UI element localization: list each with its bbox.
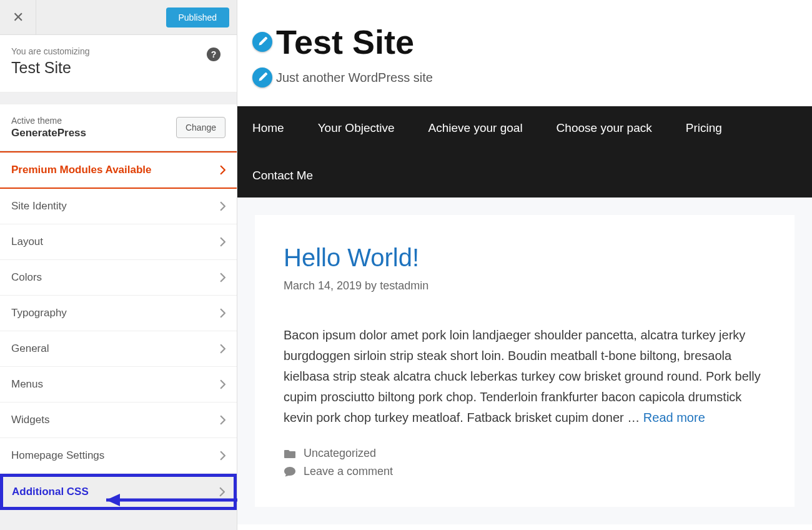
post-card: Hello World! March 14, 2019 by testadmin… — [255, 215, 795, 507]
chevron-right-icon — [219, 487, 225, 497]
chevron-right-icon — [220, 451, 225, 461]
nav-item-achieve[interactable]: Achieve your goal — [428, 121, 523, 135]
customizing-label: You are customizing — [11, 46, 90, 56]
section-site-identity[interactable]: Site Identity — [0, 189, 237, 224]
active-theme-label: Active theme — [11, 116, 86, 126]
customizer-top-bar: ✕ Published — [0, 0, 237, 35]
section-label: General — [11, 342, 49, 355]
site-title[interactable]: Test Site — [276, 25, 414, 59]
section-label: Typography — [11, 307, 67, 319]
primary-nav: Home Your Objective Achieve your goal Ch… — [237, 106, 812, 198]
post-category-link[interactable]: Uncategorized — [304, 447, 376, 460]
section-homepage-settings[interactable]: Homepage Settings — [0, 438, 237, 474]
site-tagline: Just another WordPress site — [276, 71, 433, 85]
post-title-link[interactable]: Hello World! — [284, 244, 766, 272]
post-author-link[interactable]: testadmin — [380, 279, 428, 292]
customizer-panel: ✕ Published You are customizing Test Sit… — [0, 0, 237, 530]
chevron-right-icon — [220, 165, 225, 175]
close-icon: ✕ — [12, 9, 24, 26]
chevron-right-icon — [220, 237, 225, 247]
content-area: Hello World! March 14, 2019 by testadmin… — [237, 198, 812, 524]
chevron-right-icon — [220, 379, 225, 389]
post-excerpt-text: Bacon ipsum dolor amet pork loin landjae… — [284, 328, 761, 424]
post-by-label: by — [365, 279, 377, 292]
nav-item-home[interactable]: Home — [252, 121, 284, 135]
section-general[interactable]: General — [0, 331, 237, 367]
edit-tagline-shortcut[interactable] — [252, 68, 272, 88]
chevron-right-icon — [220, 415, 225, 425]
section-widgets[interactable]: Widgets — [0, 402, 237, 438]
chevron-right-icon — [220, 308, 225, 318]
section-label: Widgets — [11, 414, 49, 426]
pencil-icon — [257, 37, 267, 47]
section-label: Colors — [11, 271, 42, 284]
site-name-heading: Test Site — [11, 59, 225, 77]
theme-name: GeneratePress — [11, 127, 86, 139]
customizer-intro: You are customizing Test Site ? — [0, 35, 237, 92]
section-menus[interactable]: Menus — [0, 367, 237, 402]
folder-icon — [284, 449, 296, 459]
active-theme-section: Active theme GeneratePress Change — [0, 104, 237, 151]
nav-item-choose[interactable]: Choose your pack — [557, 121, 652, 135]
pencil-icon — [257, 72, 267, 82]
preview-pane: Test Site Just another WordPress site Ho… — [237, 0, 812, 530]
close-button[interactable]: ✕ — [0, 0, 36, 35]
section-label: Layout — [11, 236, 43, 248]
post-taxonomy: Uncategorized Leave a comment — [284, 447, 766, 478]
section-label: Site Identity — [11, 200, 67, 212]
post-meta: March 14, 2019 by testadmin — [284, 279, 766, 292]
chevron-right-icon — [220, 201, 225, 211]
section-typography[interactable]: Typography — [0, 296, 237, 331]
nav-item-contact[interactable]: Contact Me — [252, 169, 313, 182]
chevron-right-icon — [220, 272, 225, 282]
chevron-right-icon — [220, 344, 225, 354]
spacer — [0, 92, 237, 104]
section-colors[interactable]: Colors — [0, 260, 237, 296]
change-theme-button[interactable]: Change — [176, 117, 225, 138]
section-label: Premium Modules Available — [11, 164, 152, 176]
help-icon: ? — [211, 49, 217, 59]
section-label: Additional CSS — [12, 486, 89, 498]
nav-item-objective[interactable]: Your Objective — [318, 121, 395, 135]
post-excerpt: Bacon ipsum dolor amet pork loin landjae… — [284, 325, 766, 428]
section-layout[interactable]: Layout — [0, 224, 237, 260]
nav-item-pricing[interactable]: Pricing — [686, 121, 722, 135]
leave-comment-link[interactable]: Leave a comment — [304, 465, 393, 478]
section-label: Homepage Settings — [11, 449, 104, 462]
help-button[interactable]: ? — [207, 48, 220, 61]
section-premium-modules[interactable]: Premium Modules Available — [0, 151, 237, 189]
read-more-link[interactable]: Read more — [643, 411, 705, 424]
publish-button[interactable]: Published — [166, 8, 230, 28]
comment-icon — [284, 466, 296, 478]
post-date: March 14, 2019 — [284, 279, 362, 292]
edit-title-shortcut[interactable] — [252, 32, 272, 52]
section-label: Menus — [11, 378, 43, 391]
section-additional-css[interactable]: Additional CSS — [0, 474, 237, 510]
site-header: Test Site Just another WordPress site — [237, 0, 812, 106]
